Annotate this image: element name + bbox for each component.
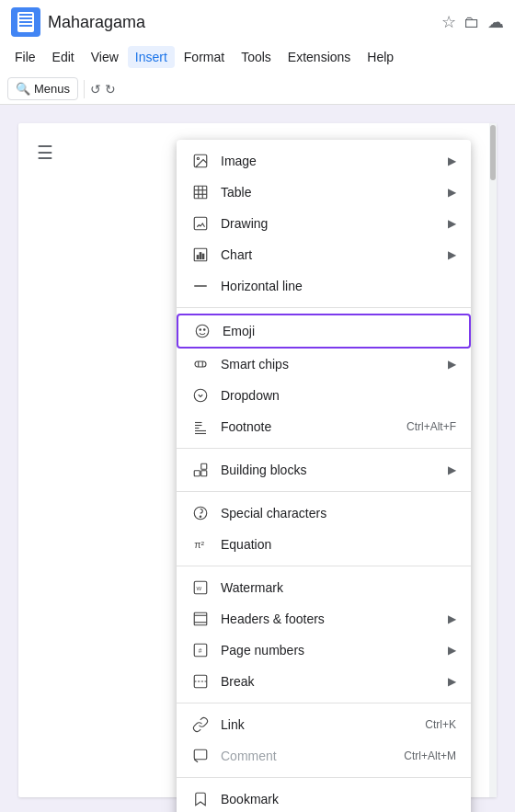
horizontal-line-icon <box>191 277 210 295</box>
separator-after-footnote <box>177 448 471 449</box>
chart-label: Chart <box>221 247 437 262</box>
menu-item-emoji[interactable]: Emoji <box>177 314 471 349</box>
horizontal-line-label: Horizontal line <box>221 279 456 293</box>
equation-label: Equation <box>221 537 456 552</box>
smart-chips-label: Smart chips <box>221 357 437 372</box>
svg-rect-11 <box>202 254 204 258</box>
menu-item-horizontal-line[interactable]: Horizontal line <box>177 270 471 302</box>
svg-rect-26 <box>201 463 207 469</box>
comment-shortcut: Ctrl+Alt+M <box>404 749 456 762</box>
undo-button[interactable]: ↺ <box>90 82 101 97</box>
svg-text:W: W <box>197 586 202 591</box>
image-label: Image <box>221 154 437 168</box>
separator-after-horizontal-line <box>177 307 471 308</box>
link-label: Link <box>221 717 414 732</box>
toolbar-divider <box>84 80 85 98</box>
menu-item-comment: CommentCtrl+Alt+M <box>177 740 471 772</box>
headers-footers-label: Headers & footers <box>221 612 437 626</box>
comment-label: Comment <box>221 749 393 763</box>
break-arrow: ▶ <box>448 675 456 688</box>
svg-text:π²: π² <box>194 539 204 550</box>
svg-rect-16 <box>195 361 206 367</box>
doc-title: Maharagama <box>48 13 434 32</box>
svg-rect-33 <box>194 612 207 625</box>
menu-item-dropdown[interactable]: Dropdown <box>177 380 471 411</box>
bookmark-label: Bookmark <box>221 792 456 806</box>
menu-item-building-blocks[interactable]: Building blocks▶ <box>177 454 471 486</box>
menu-extensions[interactable]: Extensions <box>280 46 358 68</box>
image-icon <box>191 152 210 170</box>
menu-item-special-characters[interactable]: Special characters <box>177 497 471 529</box>
table-icon <box>191 183 210 201</box>
svg-point-14 <box>200 329 201 331</box>
list-icon: ☰ <box>37 142 53 164</box>
menu-item-chart[interactable]: Chart▶ <box>177 239 471 270</box>
title-icons: ☆ 🗀 ☁ <box>441 12 504 32</box>
menu-insert[interactable]: Insert <box>128 46 175 68</box>
menu-item-link[interactable]: LinkCtrl+K <box>177 709 471 740</box>
menu-edit[interactable]: Edit <box>45 46 82 68</box>
separator-after-comment <box>177 777 471 778</box>
menu-view[interactable]: View <box>84 46 126 68</box>
menu-file[interactable]: File <box>7 46 43 68</box>
link-icon <box>191 715 210 734</box>
table-label: Table <box>221 185 437 200</box>
footnote-label: Footnote <box>221 419 395 434</box>
app-icon <box>11 7 40 37</box>
menu-format[interactable]: Format <box>177 46 232 68</box>
svg-point-1 <box>197 157 199 159</box>
link-shortcut: Ctrl+K <box>425 718 456 731</box>
svg-point-19 <box>194 389 207 402</box>
menu-item-table[interactable]: Table▶ <box>177 177 471 208</box>
dropdown-label: Dropdown <box>221 388 456 403</box>
search-icon: 🔍 <box>16 82 30 96</box>
building-blocks-arrow: ▶ <box>448 463 456 476</box>
svg-point-29 <box>200 516 201 518</box>
menu-bar: File Edit View Insert Format Tools Exten… <box>0 44 515 74</box>
watermark-icon: W <box>191 578 210 597</box>
break-label: Break <box>221 674 437 689</box>
folder-icon[interactable]: 🗀 <box>464 13 480 32</box>
svg-point-15 <box>204 329 206 331</box>
menu-tools[interactable]: Tools <box>234 46 279 68</box>
special-characters-label: Special characters <box>221 506 456 520</box>
svg-rect-7 <box>194 217 207 230</box>
svg-rect-9 <box>197 256 199 259</box>
footnote-shortcut: Ctrl+Alt+F <box>406 420 456 433</box>
break-icon <box>191 672 210 691</box>
toolbar: 🔍 Menus ↺ ↻ <box>0 74 515 105</box>
svg-rect-40 <box>194 749 207 760</box>
building-blocks-icon <box>191 461 210 479</box>
menu-item-bookmark[interactable]: Bookmark <box>177 783 471 812</box>
scrollbar[interactable] <box>489 123 497 797</box>
redo-button[interactable]: ↻ <box>105 82 116 97</box>
smart-chips-arrow: ▶ <box>448 358 456 371</box>
menu-item-watermark[interactable]: WWatermark <box>177 572 471 603</box>
separator-after-break <box>177 703 471 703</box>
drawing-arrow: ▶ <box>448 217 456 230</box>
menu-item-headers-footers[interactable]: Headers & footers▶ <box>177 603 471 635</box>
menu-item-break[interactable]: Break▶ <box>177 666 471 697</box>
svg-rect-10 <box>200 253 201 259</box>
star-icon[interactable]: ☆ <box>441 12 456 32</box>
footnote-icon <box>191 417 210 436</box>
menu-item-drawing[interactable]: Drawing▶ <box>177 208 471 239</box>
menu-item-footnote[interactable]: FootnoteCtrl+Alt+F <box>177 411 471 442</box>
chart-arrow: ▶ <box>448 248 456 261</box>
cloud-icon[interactable]: ☁ <box>487 12 504 32</box>
page-numbers-arrow: ▶ <box>448 644 456 657</box>
menu-item-smart-chips[interactable]: Smart chips▶ <box>177 349 471 380</box>
menu-help[interactable]: Help <box>360 46 401 68</box>
headers-footers-arrow: ▶ <box>448 612 456 625</box>
menu-item-image[interactable]: Image▶ <box>177 145 471 177</box>
insert-dropdown-menu: Image▶Table▶Drawing▶Chart▶Horizontal lin… <box>177 140 471 812</box>
dropdown-icon <box>191 386 210 405</box>
menus-button[interactable]: 🔍 Menus <box>7 77 78 100</box>
page-numbers-icon: # <box>191 641 210 659</box>
image-arrow: ▶ <box>448 154 456 167</box>
menu-item-equation[interactable]: π²Equation <box>177 529 471 560</box>
svg-rect-25 <box>194 471 200 476</box>
emoji-icon <box>193 322 212 340</box>
menu-item-page-numbers[interactable]: #Page numbers▶ <box>177 635 471 666</box>
emoji-label: Emoji <box>223 324 454 338</box>
